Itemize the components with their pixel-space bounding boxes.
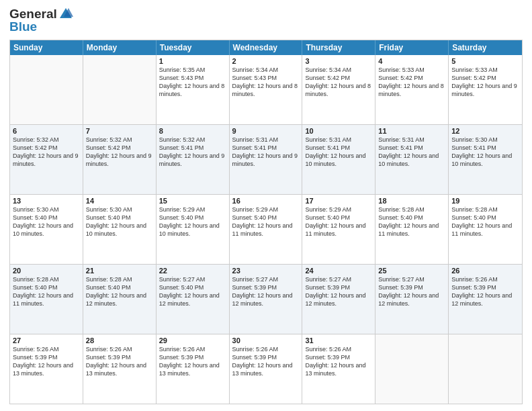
day-cell-22: 22Sunrise: 5:27 AM Sunset: 5:40 PM Dayli… [157, 265, 230, 334]
day-cell-20: 20Sunrise: 5:28 AM Sunset: 5:40 PM Dayli… [10, 265, 83, 334]
day-number: 29 [159, 336, 226, 345]
day-cell-11: 11Sunrise: 5:31 AM Sunset: 5:41 PM Dayli… [375, 125, 449, 194]
calendar: SundayMondayTuesdayWednesdayThursdayFrid… [9, 40, 523, 404]
logo-blue: Blue [9, 19, 73, 34]
day-number: 21 [86, 267, 153, 275]
day-number: 19 [451, 197, 519, 205]
day-cell-28: 28Sunrise: 5:26 AM Sunset: 5:39 PM Dayli… [83, 334, 157, 404]
day-info: Sunrise: 5:26 AM Sunset: 5:39 PM Dayligh… [13, 345, 80, 378]
day-info: Sunrise: 5:26 AM Sunset: 5:39 PM Dayligh… [451, 275, 519, 308]
empty-cell [375, 334, 449, 404]
day-info: Sunrise: 5:27 AM Sunset: 5:39 PM Dayligh… [378, 275, 445, 308]
week-row-1: 1Sunrise: 5:35 AM Sunset: 5:43 PM Daylig… [10, 55, 522, 125]
day-cell-24: 24Sunrise: 5:27 AM Sunset: 5:39 PM Dayli… [302, 265, 375, 334]
day-info: Sunrise: 5:28 AM Sunset: 5:40 PM Dayligh… [86, 275, 153, 308]
day-number: 12 [451, 127, 519, 135]
header-day-sunday: Sunday [10, 40, 83, 55]
header-day-friday: Friday [375, 40, 449, 55]
day-number: 18 [378, 197, 445, 205]
day-number: 15 [159, 197, 226, 205]
day-cell-27: 27Sunrise: 5:26 AM Sunset: 5:39 PM Dayli… [10, 334, 83, 404]
day-info: Sunrise: 5:29 AM Sunset: 5:40 PM Dayligh… [232, 205, 300, 238]
day-number: 25 [378, 267, 445, 275]
day-number: 13 [13, 197, 80, 205]
day-cell-2: 2Sunrise: 5:34 AM Sunset: 5:43 PM Daylig… [230, 55, 303, 124]
day-info: Sunrise: 5:31 AM Sunset: 5:41 PM Dayligh… [232, 136, 300, 169]
header: General Blue [9, 7, 523, 34]
header-day-thursday: Thursday [302, 40, 375, 55]
day-number: 24 [305, 267, 372, 275]
week-row-3: 13Sunrise: 5:30 AM Sunset: 5:40 PM Dayli… [10, 195, 522, 265]
day-cell-7: 7Sunrise: 5:32 AM Sunset: 5:42 PM Daylig… [83, 125, 157, 194]
day-info: Sunrise: 5:27 AM Sunset: 5:40 PM Dayligh… [159, 275, 226, 308]
empty-cell [449, 334, 522, 404]
day-info: Sunrise: 5:34 AM Sunset: 5:43 PM Dayligh… [232, 66, 300, 99]
day-info: Sunrise: 5:33 AM Sunset: 5:42 PM Dayligh… [378, 66, 445, 99]
day-cell-25: 25Sunrise: 5:27 AM Sunset: 5:39 PM Dayli… [375, 265, 449, 334]
day-cell-23: 23Sunrise: 5:27 AM Sunset: 5:39 PM Dayli… [230, 265, 303, 334]
day-number: 28 [86, 336, 153, 345]
day-cell-19: 19Sunrise: 5:28 AM Sunset: 5:40 PM Dayli… [449, 195, 522, 264]
day-number: 9 [232, 127, 300, 135]
week-row-2: 6Sunrise: 5:32 AM Sunset: 5:42 PM Daylig… [10, 125, 522, 195]
calendar-page: General Blue SundayMondayTuesdayWednesda… [0, 0, 532, 411]
day-number: 14 [86, 197, 153, 205]
day-cell-15: 15Sunrise: 5:29 AM Sunset: 5:40 PM Dayli… [157, 195, 230, 264]
header-day-tuesday: Tuesday [157, 40, 230, 55]
day-number: 6 [13, 127, 80, 135]
day-number: 2 [232, 57, 300, 65]
day-cell-17: 17Sunrise: 5:29 AM Sunset: 5:40 PM Dayli… [302, 195, 375, 264]
day-cell-14: 14Sunrise: 5:30 AM Sunset: 5:40 PM Dayli… [83, 195, 157, 264]
day-cell-3: 3Sunrise: 5:34 AM Sunset: 5:42 PM Daylig… [302, 55, 375, 124]
day-cell-8: 8Sunrise: 5:32 AM Sunset: 5:41 PM Daylig… [157, 125, 230, 194]
calendar-header: SundayMondayTuesdayWednesdayThursdayFrid… [10, 40, 522, 55]
day-info: Sunrise: 5:31 AM Sunset: 5:41 PM Dayligh… [378, 136, 445, 169]
day-info: Sunrise: 5:27 AM Sunset: 5:39 PM Dayligh… [305, 275, 372, 308]
day-info: Sunrise: 5:30 AM Sunset: 5:41 PM Dayligh… [451, 136, 519, 169]
day-number: 23 [232, 267, 300, 275]
day-number: 16 [232, 197, 300, 205]
header-day-saturday: Saturday [449, 40, 522, 55]
day-cell-30: 30Sunrise: 5:26 AM Sunset: 5:39 PM Dayli… [230, 334, 303, 404]
day-info: Sunrise: 5:26 AM Sunset: 5:39 PM Dayligh… [232, 345, 300, 378]
day-number: 27 [13, 336, 80, 345]
day-number: 20 [13, 267, 80, 275]
day-number: 17 [305, 197, 372, 205]
day-number: 30 [232, 336, 300, 345]
logo-icon [58, 6, 73, 21]
day-cell-1: 1Sunrise: 5:35 AM Sunset: 5:43 PM Daylig… [157, 55, 230, 124]
day-info: Sunrise: 5:31 AM Sunset: 5:41 PM Dayligh… [305, 136, 372, 169]
day-info: Sunrise: 5:29 AM Sunset: 5:40 PM Dayligh… [305, 205, 372, 238]
day-cell-26: 26Sunrise: 5:26 AM Sunset: 5:39 PM Dayli… [449, 265, 522, 334]
day-info: Sunrise: 5:33 AM Sunset: 5:42 PM Dayligh… [451, 66, 519, 99]
day-cell-5: 5Sunrise: 5:33 AM Sunset: 5:42 PM Daylig… [449, 55, 522, 124]
day-cell-18: 18Sunrise: 5:28 AM Sunset: 5:40 PM Dayli… [375, 195, 449, 264]
day-info: Sunrise: 5:28 AM Sunset: 5:40 PM Dayligh… [451, 205, 519, 238]
day-number: 11 [378, 127, 445, 135]
day-number: 31 [305, 336, 372, 345]
day-info: Sunrise: 5:32 AM Sunset: 5:41 PM Dayligh… [159, 136, 226, 169]
header-day-monday: Monday [83, 40, 157, 55]
day-cell-16: 16Sunrise: 5:29 AM Sunset: 5:40 PM Dayli… [230, 195, 303, 264]
day-info: Sunrise: 5:28 AM Sunset: 5:40 PM Dayligh… [13, 275, 80, 308]
day-number: 8 [159, 127, 226, 135]
day-number: 22 [159, 267, 226, 275]
day-number: 1 [159, 57, 226, 65]
header-day-wednesday: Wednesday [230, 40, 303, 55]
day-number: 5 [451, 57, 519, 65]
day-cell-13: 13Sunrise: 5:30 AM Sunset: 5:40 PM Dayli… [10, 195, 83, 264]
day-info: Sunrise: 5:28 AM Sunset: 5:40 PM Dayligh… [378, 205, 445, 238]
day-number: 7 [86, 127, 153, 135]
day-cell-29: 29Sunrise: 5:26 AM Sunset: 5:39 PM Dayli… [157, 334, 230, 404]
day-info: Sunrise: 5:32 AM Sunset: 5:42 PM Dayligh… [86, 136, 153, 169]
day-number: 10 [305, 127, 372, 135]
day-cell-21: 21Sunrise: 5:28 AM Sunset: 5:40 PM Dayli… [83, 265, 157, 334]
day-info: Sunrise: 5:34 AM Sunset: 5:42 PM Dayligh… [305, 66, 372, 99]
day-info: Sunrise: 5:30 AM Sunset: 5:40 PM Dayligh… [86, 205, 153, 238]
day-info: Sunrise: 5:35 AM Sunset: 5:43 PM Dayligh… [159, 66, 226, 99]
day-info: Sunrise: 5:26 AM Sunset: 5:39 PM Dayligh… [159, 345, 226, 378]
day-cell-31: 31Sunrise: 5:26 AM Sunset: 5:39 PM Dayli… [302, 334, 375, 404]
day-number: 26 [451, 267, 519, 275]
day-number: 4 [378, 57, 445, 65]
day-info: Sunrise: 5:27 AM Sunset: 5:39 PM Dayligh… [232, 275, 300, 308]
